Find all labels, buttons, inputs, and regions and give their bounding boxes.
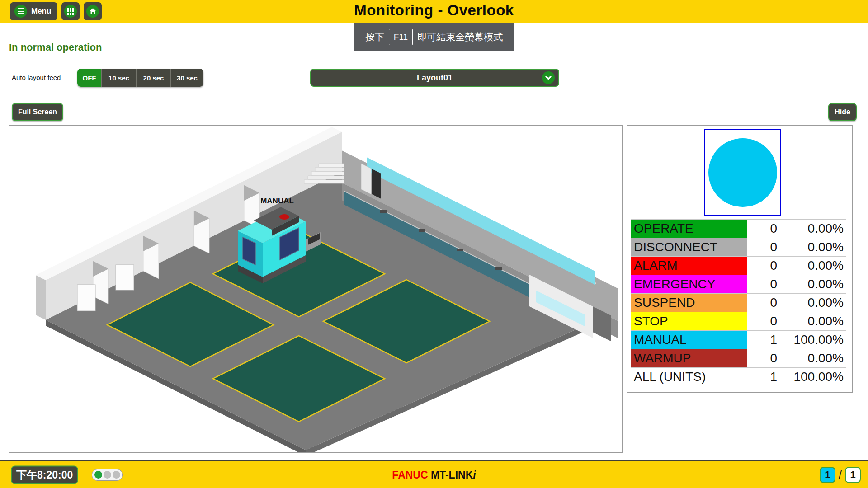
status-label: MANUAL [631, 331, 747, 349]
clock-display: 下午8:20:00 [11, 465, 78, 484]
chevron-down-icon [542, 71, 555, 84]
gray-light-icon [113, 471, 120, 479]
brand-mtlink: MT-LINK [428, 469, 473, 480]
status-label: WARMUP [631, 349, 747, 367]
status-percent: 0.00% [780, 275, 846, 293]
auto-feed-20sec-button[interactable]: 20 sec [137, 69, 171, 87]
auto-feed-off-button[interactable]: OFF [77, 69, 102, 87]
page-separator: / [839, 468, 842, 482]
page-title: Monitoring - Overlook [0, 2, 868, 19]
menu-button[interactable]: Menu [10, 2, 57, 20]
auto-layout-feed-label: Auto layout feed [12, 74, 61, 81]
status-count: 1 [747, 331, 780, 349]
menu-button-label: Menu [31, 7, 51, 16]
status-label: ALARM [631, 257, 747, 275]
status-count: 0 [747, 238, 780, 256]
status-count: 0 [747, 349, 780, 367]
status-count: 0 [747, 275, 780, 293]
operation-status-text: In normal operation [9, 42, 102, 53]
auto-layout-feed-segmented: OFF 10 sec 20 sec 30 sec [77, 69, 203, 87]
f11-key-badge: F11 [389, 29, 413, 45]
status-label: ALL (UNITS) [631, 368, 747, 386]
hide-button[interactable]: Hide [828, 103, 857, 121]
table-row: OPERATE 0 0.00% [631, 220, 845, 238]
status-count: 0 [747, 294, 780, 312]
fanuc-mtlinki-logo: FANUC MT-LINKi [392, 469, 476, 481]
factory-isometric-view: MANUAL [9, 126, 622, 452]
top-bar: Menu Monitoring - Overlook [0, 0, 868, 23]
factory-map-panel[interactable]: MANUAL [9, 125, 623, 453]
full-screen-button[interactable]: Full Screen [12, 103, 63, 121]
status-label: SUSPEND [631, 294, 747, 312]
selected-status-indicator-box[interactable] [704, 129, 781, 216]
status-percent: 0.00% [780, 349, 846, 367]
layout-select-value: Layout01 [417, 73, 453, 83]
status-count: 0 [747, 220, 780, 238]
status-percent: 100.00% [780, 331, 846, 349]
grid-icon [64, 5, 77, 18]
table-row: DISCONNECT 0 0.00% [631, 238, 845, 257]
home-button[interactable] [84, 2, 102, 20]
status-count: 0 [747, 312, 780, 330]
status-percent: 0.00% [780, 238, 846, 256]
status-percent: 0.00% [780, 294, 846, 312]
brand-fanuc: FANUC [392, 469, 428, 480]
status-percent: 0.00% [780, 257, 846, 275]
home-icon [86, 5, 99, 18]
current-page-box[interactable]: 1 [820, 467, 835, 483]
status-label: STOP [631, 312, 747, 330]
auto-feed-30sec-button[interactable]: 30 sec [171, 69, 203, 87]
status-count: 0 [747, 257, 780, 275]
table-row: STOP 0 0.00% [631, 312, 845, 331]
traffic-light-indicator [92, 469, 123, 481]
toast-suffix: 即可結束全螢幕模式 [417, 31, 503, 43]
table-row: WARMUP 0 0.00% [631, 349, 845, 368]
table-row: MANUAL 1 100.00% [631, 331, 845, 349]
machine-status-label: MANUAL [260, 197, 294, 205]
page-navigator: 1 / 1 [820, 467, 861, 483]
layout-select[interactable]: Layout01 [310, 69, 559, 87]
status-percent: 0.00% [780, 312, 846, 330]
status-summary-table: OPERATE 0 0.00% DISCONNECT 0 0.00% ALARM… [631, 219, 846, 386]
status-percent: 100.00% [780, 368, 846, 386]
total-pages-box[interactable]: 1 [845, 467, 861, 483]
status-label: EMERGENCY [631, 275, 747, 293]
toast-prefix: 按下 [365, 31, 384, 43]
table-row: SUSPEND 0 0.00% [631, 294, 845, 312]
green-light-icon [94, 471, 102, 479]
status-label: OPERATE [631, 220, 747, 238]
hamburger-icon [14, 5, 27, 18]
auto-feed-10sec-button[interactable]: 10 sec [102, 69, 137, 87]
fullscreen-toast: 按下 F11 即可結束全螢幕模式 [354, 23, 514, 51]
status-percent: 0.00% [780, 220, 846, 238]
table-row: ALL (UNITS) 1 100.00% [631, 368, 845, 386]
table-row: EMERGENCY 0 0.00% [631, 275, 845, 294]
status-count: 1 [747, 368, 780, 386]
gray-light-icon [104, 471, 111, 479]
status-summary-panel: OPERATE 0 0.00% DISCONNECT 0 0.00% ALARM… [627, 125, 853, 393]
status-indicator-circle [708, 138, 777, 207]
table-row: ALARM 0 0.00% [631, 257, 845, 275]
status-label: DISCONNECT [631, 238, 747, 256]
brand-i: i [473, 469, 476, 480]
bottom-bar: 下午8:20:00 FANUC MT-LINKi 1 / 1 [0, 460, 868, 488]
apps-button[interactable] [61, 2, 80, 20]
